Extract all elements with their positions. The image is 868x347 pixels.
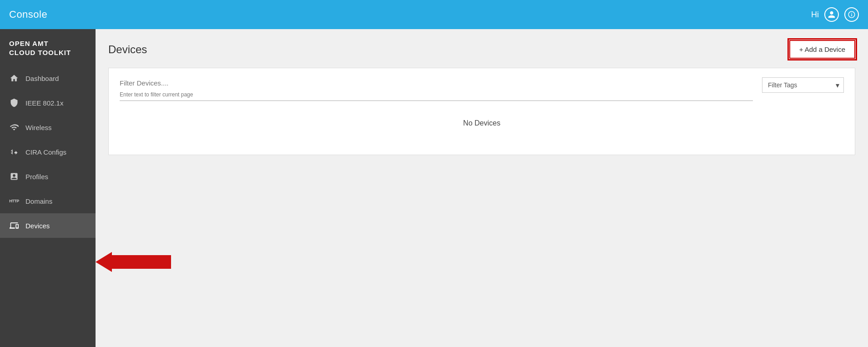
sidebar-item-cira[interactable]: CIRA Configs	[0, 140, 96, 164]
filter-input-wrapper: Enter text to filter current page	[120, 77, 753, 101]
arrows-icon	[9, 147, 19, 157]
content-area: Devices + Add a Device Enter text to fil…	[96, 29, 868, 347]
sidebar-item-cira-label: CIRA Configs	[25, 148, 66, 156]
header-right: Hi	[811, 7, 859, 22]
sidebar-item-profiles[interactable]: Profiles	[0, 164, 96, 189]
arrow-head	[96, 252, 112, 272]
page-header: Devices + Add a Device	[108, 40, 855, 59]
filter-tags-wrapper: Filter Tags	[762, 77, 844, 93]
sidebar-item-devices-label: Devices	[25, 222, 50, 230]
home-icon	[9, 73, 19, 83]
filter-tags-select[interactable]: Filter Tags	[762, 77, 844, 93]
sidebar-item-domains-label: Domains	[25, 197, 52, 205]
sidebar-item-profiles-label: Profiles	[25, 173, 48, 181]
console-title: Console	[9, 9, 47, 20]
page-title: Devices	[108, 43, 147, 56]
user-icon[interactable]	[824, 7, 839, 22]
filter-card: Enter text to filter current page Filter…	[108, 68, 855, 155]
sidebar-item-domains[interactable]: HTTP Domains	[0, 189, 96, 213]
devices-icon	[9, 221, 19, 231]
sidebar-logo: OPEN AMT CLOUD TOOLKIT	[0, 34, 96, 66]
arrow-body	[112, 255, 171, 269]
sidebar-item-ieee-label: IEEE 802.1x	[25, 99, 63, 107]
red-arrow-annotation	[96, 252, 171, 272]
sidebar-item-devices[interactable]: Devices	[0, 213, 96, 238]
sidebar-item-wireless[interactable]: Wireless	[0, 115, 96, 140]
sidebar-item-dashboard[interactable]: Dashboard	[0, 66, 96, 91]
main-layout: OPEN AMT CLOUD TOOLKIT Dashboard IEEE 80…	[0, 29, 868, 347]
filter-row: Enter text to filter current page Filter…	[120, 77, 844, 101]
no-devices-message: No Devices	[120, 101, 844, 146]
profile-icon	[9, 171, 19, 181]
sidebar: OPEN AMT CLOUD TOOLKIT Dashboard IEEE 80…	[0, 29, 96, 347]
sidebar-item-ieee8021x[interactable]: IEEE 802.1x	[0, 91, 96, 115]
filter-devices-input[interactable]	[120, 77, 753, 89]
info-icon[interactable]	[844, 7, 859, 22]
sidebar-item-wireless-label: Wireless	[25, 124, 52, 131]
add-device-button[interactable]: + Add a Device	[789, 40, 855, 59]
filter-hint: Enter text to filter current page	[120, 91, 753, 98]
http-icon: HTTP	[9, 196, 19, 206]
sidebar-item-dashboard-label: Dashboard	[25, 75, 59, 82]
wifi-icon	[9, 122, 19, 132]
greeting-text: Hi	[811, 10, 819, 20]
shield-icon	[9, 98, 19, 108]
top-header: Console Hi	[0, 0, 868, 29]
